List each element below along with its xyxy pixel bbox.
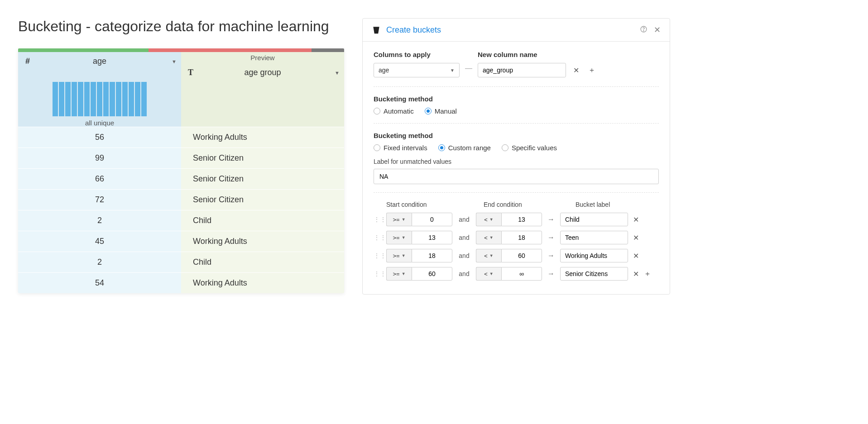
new-column-label: New column name: [478, 51, 597, 58]
start-op-select[interactable]: >= ▼: [386, 231, 412, 244]
bucket-label-input[interactable]: [560, 231, 628, 244]
svg-point-1: [643, 30, 644, 31]
add-row-icon[interactable]: ＋: [643, 269, 652, 279]
table-row: 56Working Adults: [18, 127, 344, 148]
column-header-age[interactable]: # age ▼: [18, 52, 181, 71]
remove-column-icon[interactable]: ✕: [571, 66, 581, 75]
add-column-icon[interactable]: ＋: [586, 66, 597, 75]
cell-age: 99: [18, 148, 181, 168]
connector-line: —: [465, 51, 472, 72]
cell-group: Senior Citizen: [181, 148, 344, 168]
arrow-right-icon: →: [546, 252, 556, 260]
start-value-input[interactable]: [412, 249, 452, 262]
cond-header-end: End condition: [484, 201, 554, 208]
bucket-label-input[interactable]: [560, 213, 628, 226]
text-type-icon: T: [186, 68, 196, 77]
cond-header-start: Start condition: [386, 201, 456, 208]
radio-custom-range[interactable]: Custom range: [438, 144, 491, 152]
cell-age: 2: [18, 210, 181, 231]
and-text: and: [456, 216, 472, 223]
column-header-group[interactable]: T age group ▼: [181, 63, 344, 82]
end-value-input[interactable]: [501, 231, 542, 244]
end-op-select[interactable]: < ▼: [476, 231, 501, 244]
condition-row: ⋮⋮>= ▼and< ▼→✕: [374, 249, 659, 262]
bucket-icon: [372, 25, 381, 34]
bucketing-method-label: Bucketing method: [374, 95, 659, 103]
cell-group: Child: [181, 210, 344, 231]
start-value-input[interactable]: [412, 213, 452, 226]
end-value-input[interactable]: [501, 213, 542, 226]
table-row: 99Senior Citizen: [18, 148, 344, 168]
preview-label: Preview: [181, 52, 344, 63]
end-op-select[interactable]: < ▼: [476, 249, 501, 262]
data-table: # age ▼ Preview T age group ▼: [18, 48, 344, 293]
panel-title: Create buckets: [386, 25, 633, 35]
columns-apply-label: Columns to apply: [374, 51, 460, 58]
start-value-input[interactable]: [412, 267, 452, 281]
columns-apply-select[interactable]: age ▼: [374, 63, 460, 77]
cell-age: 56: [18, 127, 181, 148]
help-icon[interactable]: [640, 25, 647, 35]
new-column-input[interactable]: [478, 63, 566, 77]
drag-handle-icon[interactable]: ⋮⋮: [374, 216, 383, 223]
bucket-label-input[interactable]: [560, 267, 628, 281]
table-row: 2Child: [18, 252, 344, 272]
condition-row: ⋮⋮>= ▼and< ▼→✕＋: [374, 267, 659, 281]
chevron-down-icon: ▼: [450, 68, 455, 73]
start-op-select[interactable]: >= ▼: [386, 267, 412, 281]
cell-group: Senior Citizen: [181, 189, 344, 210]
chevron-down-icon[interactable]: ▼: [335, 70, 340, 76]
drag-handle-icon[interactable]: ⋮⋮: [374, 234, 383, 241]
cond-header-label: Bucket label: [575, 201, 659, 208]
start-value-input[interactable]: [412, 231, 452, 244]
close-icon[interactable]: ✕: [654, 25, 661, 35]
radio-manual[interactable]: Manual: [425, 107, 457, 115]
cell-age: 45: [18, 231, 181, 252]
cell-group: Working Adults: [181, 231, 344, 252]
table-row: 54Working Adults: [18, 272, 344, 293]
cell-age: 72: [18, 189, 181, 210]
table-row: 2Child: [18, 210, 344, 231]
drag-handle-icon[interactable]: ⋮⋮: [374, 252, 383, 259]
radio-specific-values[interactable]: Specific values: [502, 144, 557, 152]
end-value-input[interactable]: [501, 267, 542, 281]
unmatched-input[interactable]: [374, 169, 659, 184]
end-value-input[interactable]: [501, 249, 542, 262]
and-text: and: [456, 252, 472, 259]
histogram: all unique: [18, 82, 181, 127]
end-op-select[interactable]: < ▼: [476, 213, 501, 226]
cell-group: Child: [181, 252, 344, 272]
condition-row: ⋮⋮>= ▼and< ▼→✕: [374, 231, 659, 244]
delete-row-icon[interactable]: ✕: [632, 252, 640, 260]
histogram-label: all unique: [18, 119, 181, 127]
start-op-select[interactable]: >= ▼: [386, 249, 412, 262]
arrow-right-icon: →: [546, 233, 556, 242]
bucket-label-input[interactable]: [560, 249, 628, 262]
create-buckets-panel: Create buckets ✕ Columns to apply age ▼ …: [362, 18, 670, 295]
end-op-select[interactable]: < ▼: [476, 267, 501, 281]
cell-age: 2: [18, 252, 181, 272]
cell-group: Working Adults: [181, 127, 344, 148]
and-text: and: [456, 234, 472, 241]
delete-row-icon[interactable]: ✕: [632, 215, 640, 224]
radio-fixed-intervals[interactable]: Fixed intervals: [374, 144, 427, 152]
column-quality-bar: [18, 48, 344, 52]
columns-apply-value: age: [379, 67, 389, 74]
cell-age: 66: [18, 168, 181, 189]
chevron-down-icon[interactable]: ▼: [172, 59, 177, 64]
number-type-icon: #: [23, 57, 33, 66]
radio-automatic[interactable]: Automatic: [374, 107, 414, 115]
cell-group: Working Adults: [181, 272, 344, 293]
page-title: Bucketing - categorize data for machine …: [18, 18, 344, 35]
arrow-right-icon: →: [546, 215, 556, 224]
unmatched-label: Label for unmatched values: [374, 158, 659, 165]
table-row: 45Working Adults: [18, 231, 344, 252]
delete-row-icon[interactable]: ✕: [632, 270, 640, 278]
and-text: and: [456, 270, 472, 277]
start-op-select[interactable]: >= ▼: [386, 213, 412, 226]
arrow-right-icon: →: [546, 270, 556, 278]
drag-handle-icon[interactable]: ⋮⋮: [374, 270, 383, 277]
delete-row-icon[interactable]: ✕: [632, 233, 640, 242]
bucketing-method2-label: Bucketing method: [374, 132, 659, 139]
column-header-group-label: age group: [244, 68, 281, 77]
